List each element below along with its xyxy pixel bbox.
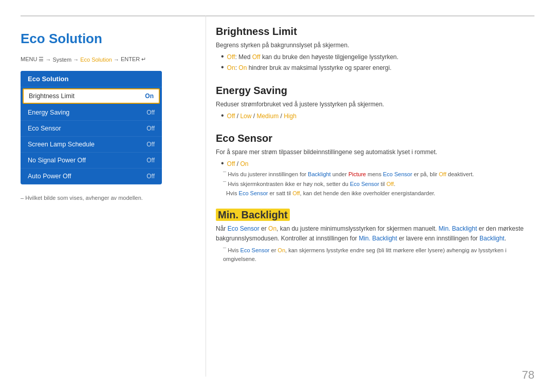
menu-header: Eco Solution xyxy=(21,71,162,87)
page-number: 78 xyxy=(522,368,534,382)
min-backlight-title: Min. Backlight xyxy=(216,209,534,221)
eco-note-1: ¯ Hvis du justerer innstillingen for Bac… xyxy=(223,170,534,179)
breadcrumb-menu: MENU ☰ xyxy=(21,56,44,63)
vertical-divider xyxy=(206,15,206,377)
bullet-text: On: On hindrer bruk av maksimal lysstyrk… xyxy=(227,63,392,73)
section-brightness-limit: Brightness Limit Begrens styrken på bakg… xyxy=(216,26,534,73)
bullet-dot: • xyxy=(221,111,224,120)
section-eco-sensor: Eco Sensor For å spare mer strøm tilpass… xyxy=(216,133,534,198)
menu-item-no-signal[interactable]: No Signal Power Off Off xyxy=(21,153,162,169)
breadcrumb-system: System xyxy=(52,57,71,63)
breadcrumb-enter: ENTER ↵ xyxy=(121,56,146,63)
menu-item-brightness-limit[interactable]: Brightness Limit On xyxy=(23,88,160,104)
bullet-dot: • xyxy=(221,52,224,61)
menu-item-label: No Signal Power Off xyxy=(28,157,86,164)
menu-item-energy-saving[interactable]: Energy Saving Off xyxy=(21,105,162,121)
brightness-limit-body: Begrens styrken på bakgrunnslyset på skj… xyxy=(216,41,534,73)
brightness-limit-title: Brightness Limit xyxy=(216,26,534,38)
bullet-dot: • xyxy=(221,159,224,167)
eco-note-3: Hvis Eco Sensor er satt til Off, kan det… xyxy=(223,189,534,198)
min-backlight-desc: Når Eco Sensor er On, kan du justere min… xyxy=(216,224,534,244)
min-backlight-highlight: Min. Backlight xyxy=(216,209,290,221)
menu-item-eco-sensor[interactable]: Eco Sensor Off xyxy=(21,121,162,137)
brightness-bullet-1: • Off: Med Off kan du bruke den høyeste … xyxy=(221,52,534,62)
menu-item-label: Energy Saving xyxy=(28,109,69,116)
eco-note-2: ¯ Hvis skjermkontrasten ikke er høy nok,… xyxy=(223,180,534,189)
bullet-dot: • xyxy=(221,63,224,71)
section-min-backlight: Min. Backlight Når Eco Sensor er On, kan… xyxy=(216,209,534,263)
menu-item-value: Off xyxy=(146,157,155,164)
menu-item-value: Off xyxy=(146,173,155,180)
brightness-limit-desc: Begrens styrken på bakgrunnslyset på skj… xyxy=(216,41,534,50)
section-energy-saving: Energy Saving Reduser strømforbruket ved… xyxy=(216,85,534,121)
min-backlight-body: Når Eco Sensor er On, kan du justere min… xyxy=(216,224,534,263)
menu-item-auto-power[interactable]: Auto Power Off Off xyxy=(21,169,162,184)
footnote: – Hvilket bilde som vises, avhenger av m… xyxy=(21,195,185,201)
eco-bullet-1: • Off / On xyxy=(221,159,534,169)
energy-saving-body: Reduser strømforbruket ved å justere lys… xyxy=(216,100,534,121)
menu-item-label: Screen Lamp Schedule xyxy=(28,141,95,148)
menu-item-label: Eco Sensor xyxy=(28,125,61,132)
eco-sensor-desc: For å spare mer strøm tilpasser bildeinn… xyxy=(216,147,534,157)
menu-item-label: Auto Power Off xyxy=(28,173,71,180)
energy-saving-title: Energy Saving xyxy=(216,85,534,97)
menu-item-value: Off xyxy=(146,109,155,116)
menu-item-value: Off xyxy=(146,125,155,132)
eco-sensor-title: Eco Sensor xyxy=(216,133,534,144)
bullet-text: Off: Med Off kan du bruke den høyeste ti… xyxy=(227,52,399,62)
eco-solution-menu: Eco Solution Brightness Limit On Energy … xyxy=(21,71,162,184)
energy-saving-desc: Reduser strømforbruket ved å justere lys… xyxy=(216,100,534,109)
menu-item-label: Brightness Limit xyxy=(29,92,75,100)
menu-item-value: On xyxy=(145,92,154,100)
brightness-bullet-2: • On: On hindrer bruk av maksimal lyssty… xyxy=(221,63,534,73)
menu-item-value: Off xyxy=(146,141,155,148)
breadcrumb-arrow1: → xyxy=(45,57,51,63)
bullet-text: Off / On xyxy=(227,159,249,169)
min-backlight-note: ¯ Hvis Eco Sensor er On, kan skjermens l… xyxy=(223,246,534,263)
breadcrumb-arrow2: → xyxy=(73,57,79,63)
bullet-text: Off / Low / Medium / High xyxy=(227,111,297,121)
breadcrumb: MENU ☰ → System → Eco Solution → ENTER ↵ xyxy=(21,56,185,63)
left-panel: Eco Solution MENU ☰ → System → Eco Solut… xyxy=(21,26,185,201)
page-title: Eco Solution xyxy=(21,31,185,47)
top-divider xyxy=(21,15,534,16)
breadcrumb-arrow3: → xyxy=(114,57,119,63)
menu-item-screen-lamp[interactable]: Screen Lamp Schedule Off xyxy=(21,137,162,153)
right-panel: Brightness Limit Begrens styrken på bakg… xyxy=(216,26,534,274)
breadcrumb-eco: Eco Solution xyxy=(80,57,112,63)
eco-sensor-body: For å spare mer strøm tilpasser bildeinn… xyxy=(216,147,534,198)
energy-bullet-1: • Off / Low / Medium / High xyxy=(221,111,534,121)
